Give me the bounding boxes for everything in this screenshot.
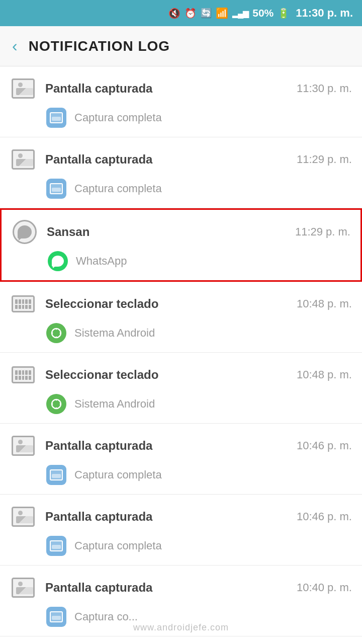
svg-rect-3 [56,337,57,339]
notif-sub-text: Sistema Android [74,327,155,340]
wifi-icon: 📶 [216,7,228,19]
screenshot-icon [10,504,36,530]
notif-time: 11:30 p. m. [297,82,352,95]
notif-title: Pantalla capturada [45,439,152,453]
screenshot-sub-icon [45,107,67,129]
notif-time: 10:46 p. m. [297,510,352,523]
notif-time: 10:48 p. m. [297,297,352,310]
notif-time: 11:29 p. m. [295,225,350,238]
keyboard-icon [10,291,36,317]
notif-title: Pantalla capturada [45,581,152,595]
svg-rect-8 [56,399,57,401]
notif-sub-text: Captura completa [74,182,162,195]
svg-rect-10 [51,404,53,405]
svg-point-1 [54,331,58,335]
list-item[interactable]: Pantalla capturada 10:46 p. m. Captura c… [0,495,362,566]
list-item[interactable]: Pantalla capturada 10:46 p. m. Captura c… [0,424,362,495]
screenshot-icon [10,433,36,459]
notif-title: Sansan [47,225,89,239]
notification-list: Pantalla capturada 11:30 p. m. Captura c… [0,66,362,636]
notif-time: 10:48 p. m. [297,368,352,381]
svg-rect-4 [51,333,53,334]
android-sub-icon [45,393,67,415]
notif-sub-text: Sistema Android [74,397,155,411]
list-item[interactable]: Seleccionar teclado 10:48 p. m. Sistema [0,353,362,424]
status-bar-right: 🔇 ⏰ 🔄 📶 ▂▄▆ 50% 🔋 11:30 p. m. [168,7,353,20]
list-item[interactable]: Pantalla capturada 11:30 p. m. Captura c… [0,66,362,137]
screenshot-sub-icon [45,464,67,486]
notif-sub-text: Captura co... [74,610,138,623]
screenshot-sub-icon [45,178,67,200]
gear-svg [51,398,62,410]
signal-icon: ▂▄▆ [232,9,248,18]
sync-icon: 🔄 [201,8,212,19]
screenshot-icon [10,575,36,601]
screenshot-icon [10,146,36,173]
notif-sub-text: Captura completa [74,111,162,124]
watermark: www.androidjefe.com [133,622,229,633]
notif-time: 11:29 p. m. [297,153,352,166]
notif-title: Seleccionar teclado [45,368,158,382]
list-item[interactable]: Pantalla capturada 10:40 p. m. Captura c… [0,566,362,636]
time-display: 11:30 p. m. [296,7,353,20]
list-item[interactable]: Pantalla capturada 11:29 p. m. Captura c… [0,137,362,208]
notif-title: Pantalla capturada [45,82,152,96]
notif-title: Pantalla capturada [45,510,152,524]
svg-rect-5 [60,333,62,334]
notif-title: Pantalla capturada [45,152,152,167]
notif-time: 10:46 p. m. [297,439,352,452]
battery-percent: 50% [252,7,274,19]
status-bar: 🔇 ⏰ 🔄 📶 ▂▄▆ 50% 🔋 11:30 p. m. [0,0,362,26]
screenshot-sub-icon [45,535,67,557]
alarm-icon: ⏰ [185,8,197,19]
notif-sub-text: WhatsApp [76,255,127,268]
android-sub-icon [45,322,67,344]
whatsapp-sub-icon [47,250,69,272]
svg-rect-9 [56,408,57,410]
screenshot-icon [10,75,36,102]
notif-time: 10:40 p. m. [297,581,352,594]
svg-rect-2 [56,328,57,330]
svg-rect-11 [60,404,62,405]
page-title: NOTIFICATION LOG [29,38,170,54]
back-button[interactable]: ‹ [12,37,18,55]
screenshot-sub-icon [45,606,67,628]
list-item-whatsapp[interactable]: Sansan 11:29 p. m. WhatsApp [0,208,362,282]
notif-sub-text: Captura completa [74,468,162,481]
notif-sub-text: Captura completa [74,539,162,552]
mute-icon: 🔇 [168,8,180,19]
battery-icon: 🔋 [278,8,290,19]
whatsapp-icon [12,219,38,245]
page-header: ‹ NOTIFICATION LOG [0,26,362,66]
gear-svg [51,328,62,339]
svg-point-7 [54,402,58,406]
notif-title: Seleccionar teclado [45,297,158,311]
keyboard-icon [10,362,36,388]
list-item[interactable]: Seleccionar teclado 10:48 p. m. Sistema [0,282,362,353]
